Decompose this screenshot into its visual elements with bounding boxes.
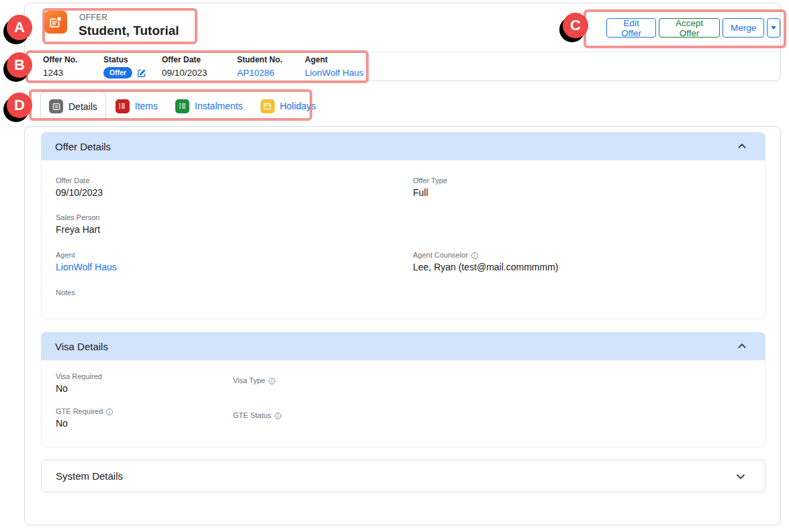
field-label: GTE Required [56,407,103,416]
summary-field-agent: Agent LionWolf Haus [305,56,364,78]
field-value: No [56,383,102,394]
field-agent-counselor: Agent Counselor Lee, Ryan (test@mail.com… [413,251,558,273]
summary-field-status: Status Offer [103,56,146,78]
page-title: Student, Tutorial [79,23,179,38]
field-gte-status: GTE Status [233,411,282,422]
edit-status-icon[interactable] [137,68,146,78]
agent-link[interactable]: LionWolf Haus [305,68,364,78]
field-gte-required: GTE Required No [56,407,113,429]
field-value: Full [413,187,447,199]
instalments-list-icon [175,99,189,113]
chevron-up-icon[interactable] [735,339,749,354]
tab-instalments[interactable]: Instalments [167,91,251,121]
tab-details[interactable]: Details [40,91,106,121]
annotation-badge-d: D [7,93,32,118]
visa-details-header[interactable]: Visa Details [41,332,765,360]
offer-details-section: Offer Details Offer Date 09/10/2023 Offe… [41,132,765,319]
status-badge: Offer [103,67,132,78]
field-value: No [56,418,113,429]
summary-field-offer-no: Offer No. 1243 [43,56,77,78]
items-list-icon [115,99,130,113]
info-icon[interactable] [268,377,276,385]
summary-field-offer-date: Offer Date 09/10/2023 [162,56,207,78]
field-label: Status [103,56,146,64]
field-visa-required: Visa Required No [56,372,102,394]
caret-down-icon [771,26,776,30]
agent-link[interactable]: LionWolf Haus [56,262,117,273]
field-label: GTE Status [233,411,271,420]
more-actions-button[interactable] [767,18,780,38]
field-label: Agent Counselor [413,251,468,260]
offer-record-page: OFFER Student, Tutorial Edit Offer Accep… [0,0,789,532]
field-label: Agent [56,251,75,260]
summary-field-student-no: Student No. AP10286 [237,56,282,78]
field-label: Notes [56,288,75,297]
field-notes: Notes [56,288,75,299]
field-value: Freya Hart [56,224,100,235]
field-value: Lee, Ryan (test@mail.commmmm) [413,262,558,273]
section-title: Visa Details [55,341,108,352]
system-details-section[interactable]: System Details [41,460,765,492]
record-actions: Edit Offer Accept Offer Merge [606,18,780,38]
holidays-calendar-icon [261,99,275,113]
field-value: 1243 [43,68,77,78]
tab-label: Items [135,101,158,111]
field-visa-type: Visa Type [233,376,276,387]
chevron-down-icon[interactable] [733,468,749,484]
visa-details-section: Visa Details Visa Required No Visa Type [41,332,765,447]
info-icon[interactable] [274,412,282,420]
accept-offer-button[interactable]: Accept Offer [659,18,719,38]
entity-label: OFFER [79,13,107,22]
tab-label: Holidays [280,101,316,111]
field-label: Offer Date [56,176,90,185]
info-icon[interactable] [105,408,113,416]
record-tabs: Details Items Instalments [40,91,324,121]
section-title: Offer Details [55,141,111,152]
field-label: Agent [305,56,364,64]
field-label: Offer Type [413,176,447,185]
tab-holidays[interactable]: Holidays [252,91,324,121]
offer-details-body: Offer Date 09/10/2023 Offer Type Full Sa… [41,160,765,319]
field-sales-person: Sales Person Freya Hart [56,213,100,235]
header-divider [25,52,780,52]
student-no-link[interactable]: AP10286 [237,68,282,78]
field-label: Student No. [237,56,282,64]
tab-label: Instalments [195,101,243,111]
section-title: System Details [56,470,123,482]
field-value: 09/10/2023 [162,68,207,78]
details-panel: Offer Details Offer Date 09/10/2023 Offe… [24,126,781,525]
chevron-up-icon[interactable] [735,139,749,154]
field-label: Sales Person [56,213,99,222]
field-offer-date: Offer Date 09/10/2023 [56,176,103,199]
details-doc-icon [49,99,63,113]
visa-details-body: Visa Required No Visa Type GTE Required [41,360,765,447]
info-icon[interactable] [471,252,479,260]
field-label: Offer No. [43,56,77,64]
offer-details-header[interactable]: Offer Details [41,132,765,160]
tab-items[interactable]: Items [107,91,166,121]
field-label: Visa Required [56,372,102,381]
field-value: 09/10/2023 [56,187,103,199]
record-header-card: OFFER Student, Tutorial Edit Offer Accep… [24,3,781,81]
offer-icon [44,11,67,34]
tab-label: Details [68,101,97,112]
merge-button[interactable]: Merge [723,18,764,38]
field-label: Visa Type [233,376,265,385]
field-offer-type: Offer Type Full [413,176,447,199]
edit-offer-button[interactable]: Edit Offer [606,18,656,38]
field-agent: Agent LionWolf Haus [56,251,117,273]
field-label: Offer Date [162,56,207,64]
